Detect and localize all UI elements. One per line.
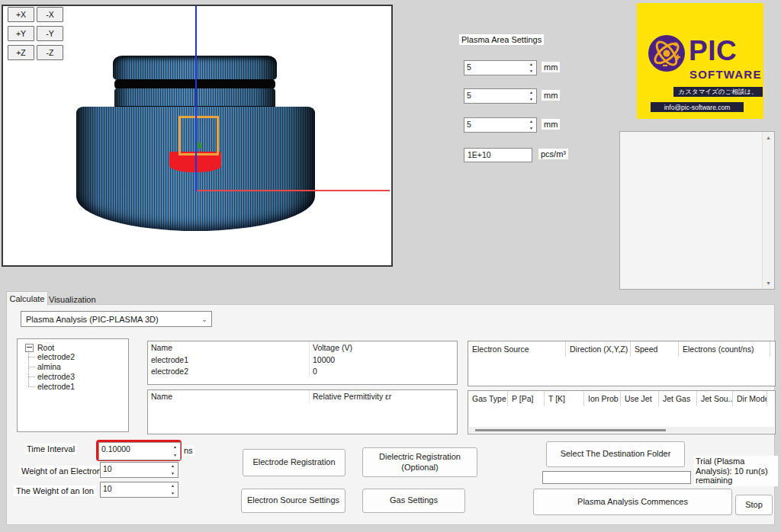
- plasma-depth-value[interactable]: 5: [464, 89, 526, 103]
- electron-table-header: Electrons (count/ns): [679, 341, 770, 357]
- view-plus-y-button[interactable]: +Y: [8, 26, 34, 41]
- electron-source-settings-button[interactable]: Electron Source Settings: [241, 489, 346, 513]
- vertical-scrollbar[interactable]: ▲ ▼: [762, 132, 774, 289]
- spinner-down-icon[interactable]: ▼: [168, 490, 178, 498]
- model-plasma-area-wireframe: [178, 116, 219, 155]
- logo-email: info@pic-software.com: [651, 102, 744, 112]
- scroll-up-icon[interactable]: ▲: [763, 132, 774, 143]
- scrollbar-thumb[interactable]: [475, 429, 666, 431]
- electrode-registration-button[interactable]: Electrode Registration: [243, 449, 346, 476]
- view-plus-x-button[interactable]: +X: [8, 7, 34, 22]
- electron-weight-label: Weight of an Electron: [19, 466, 104, 476]
- time-interval-value[interactable]: 0.10000: [99, 443, 170, 460]
- cell-voltage: 10000: [310, 354, 457, 366]
- spinner-up-icon[interactable]: ▲: [526, 118, 536, 125]
- gas-table-header: Jet Gas: [659, 391, 697, 406]
- plasma-width-spinner[interactable]: 5 ▲▼: [464, 60, 537, 75]
- z-axis-line: [195, 6, 197, 191]
- destination-path-field[interactable]: [542, 471, 691, 484]
- dielectric-registration-button[interactable]: Dielectric Registration (Optional): [362, 447, 477, 477]
- plasma-width-value[interactable]: 5: [464, 61, 526, 75]
- time-interval-label: Time Interval: [24, 444, 77, 454]
- plasma-height-spinner[interactable]: 5 ▲▼: [464, 117, 537, 133]
- cell-voltage: 0: [310, 366, 457, 377]
- gas-table[interactable]: Gas Type P [Pa] T [K] Ion Prob Use Jet J…: [468, 390, 776, 434]
- gas-settings-button[interactable]: Gas Settings: [362, 489, 465, 513]
- permittivity-table-header-permittivity: Relative Permittivity εr: [310, 390, 457, 403]
- plasma-width-unit: mm: [542, 62, 560, 72]
- gas-table-header: Dir Mode: [733, 391, 767, 406]
- calculate-tab-page: Plasma Analysis (PIC-PLASMA 3D) ⌄ Root e…: [6, 304, 775, 525]
- plasma-analysis-commences-button[interactable]: Plasma Analysis Commences: [533, 489, 732, 515]
- x-axis-line: [197, 190, 390, 191]
- tree-root-row[interactable]: Root: [18, 339, 128, 352]
- horizontal-scrollbar[interactable]: [469, 427, 774, 433]
- permittivity-table-header-name: Name: [148, 390, 310, 403]
- gas-table-header: Ion Prob: [584, 391, 621, 406]
- plasma-area-settings-label: Plasma Area Settings: [459, 34, 544, 45]
- time-interval-spinner[interactable]: 0.10000 ▲▼: [98, 442, 181, 460]
- gas-table-header: P [Pa]: [508, 391, 545, 406]
- view-plus-z-button[interactable]: +Z: [8, 45, 34, 60]
- spinner-down-icon[interactable]: ▼: [168, 470, 178, 478]
- ion-weight-value[interactable]: 10: [101, 482, 168, 497]
- spinner-up-icon[interactable]: ▲: [526, 89, 536, 96]
- cell-name: electrode2: [148, 366, 310, 377]
- log-listbox[interactable]: ▲ ▼: [619, 131, 775, 290]
- view-minus-x-button[interactable]: -X: [37, 7, 63, 22]
- tree-item-electrode1[interactable]: electrode1: [28, 382, 128, 392]
- atom-icon: [648, 34, 686, 72]
- spinner-up-icon[interactable]: ▲: [168, 463, 178, 470]
- 3d-viewport[interactable]: +X -X +Y -Y +Z -Z: [2, 5, 393, 267]
- gas-table-header: Jet Sou...: [697, 391, 733, 406]
- analysis-type-select[interactable]: Plasma Analysis (PIC-PLASMA 3D) ⌄: [21, 311, 212, 327]
- logo-title: PIC: [689, 35, 737, 67]
- spinner-down-icon[interactable]: ▼: [170, 451, 180, 460]
- spinner-up-icon[interactable]: ▲: [168, 482, 178, 490]
- electron-weight-value[interactable]: 10: [101, 463, 168, 477]
- ion-weight-label: The Weight of an Ion: [14, 486, 96, 496]
- stop-button[interactable]: Stop: [735, 495, 773, 515]
- voltage-table[interactable]: Name Voltage (V) electrode1 10000 electr…: [147, 341, 458, 385]
- spinner-down-icon[interactable]: ▼: [526, 68, 536, 75]
- logo-tagline: カスタマイズのご相談は、: [673, 87, 763, 97]
- trial-remaining-note: Trial (Plasma Analysis): 10 run(s) remai…: [694, 456, 778, 486]
- plasma-density-unit: pcs/m³: [538, 149, 568, 159]
- ion-weight-spinner[interactable]: 10 ▲▼: [100, 482, 178, 498]
- tree-item-electrode2[interactable]: electrode2: [28, 352, 128, 362]
- select-destination-folder-button[interactable]: Select The Destination Folder: [546, 441, 685, 467]
- electron-table-header: Electron Source: [468, 341, 566, 357]
- plasma-analysis-app: { "viewport": { "axis_buttons": ["+X", "…: [0, 0, 781, 532]
- tab-visualization[interactable]: Visualization: [49, 293, 107, 305]
- plasma-density-field[interactable]: 1E+10: [464, 148, 532, 162]
- permittivity-table[interactable]: Name Relative Permittivity εr: [147, 389, 458, 434]
- pic-software-banner: PIC SOFTWARE カスタマイズのご相談は、 info@pic-softw…: [637, 3, 763, 119]
- scroll-down-icon[interactable]: ▼: [763, 277, 774, 289]
- view-minus-y-button[interactable]: -Y: [37, 26, 63, 41]
- spinner-up-icon[interactable]: ▲: [170, 443, 180, 451]
- view-minus-z-button[interactable]: -Z: [37, 45, 63, 60]
- electron-table-header: Speed: [631, 341, 679, 357]
- plasma-depth-spinner[interactable]: 5 ▲▼: [464, 88, 537, 104]
- cell-name: electrode1: [148, 354, 310, 366]
- time-interval-unit: ns: [182, 445, 195, 456]
- time-interval-highlight: 0.10000 ▲▼: [96, 440, 182, 461]
- electron-source-table[interactable]: Electron Source Direction (X,Y,Z) Speed …: [468, 341, 776, 386]
- collapse-icon[interactable]: [25, 344, 34, 352]
- spinner-down-icon[interactable]: ▼: [526, 96, 536, 103]
- analysis-type-value: Plasma Analysis (PIC-PLASMA 3D): [21, 315, 198, 324]
- spinner-down-icon[interactable]: ▼: [526, 125, 536, 132]
- model-tree[interactable]: Root electrode2 almina electrode3 electr…: [17, 338, 129, 432]
- logo-subtitle: SOFTWARE: [689, 68, 762, 81]
- plasma-height-value[interactable]: 5: [464, 118, 526, 132]
- electron-table-header: Direction (X,Y,Z): [566, 341, 631, 357]
- spinner-up-icon[interactable]: ▲: [526, 61, 536, 68]
- tree-item-almina[interactable]: almina: [28, 362, 128, 372]
- tab-calculate[interactable]: Calculate: [6, 291, 48, 306]
- gas-table-header: T [K]: [545, 391, 584, 406]
- table-row[interactable]: electrode1 10000: [148, 354, 457, 366]
- tree-item-electrode3[interactable]: electrode3: [28, 372, 128, 382]
- chevron-down-icon: ⌄: [198, 316, 211, 323]
- electron-weight-spinner[interactable]: 10 ▲▼: [100, 462, 178, 478]
- table-row[interactable]: electrode2 0: [148, 366, 457, 377]
